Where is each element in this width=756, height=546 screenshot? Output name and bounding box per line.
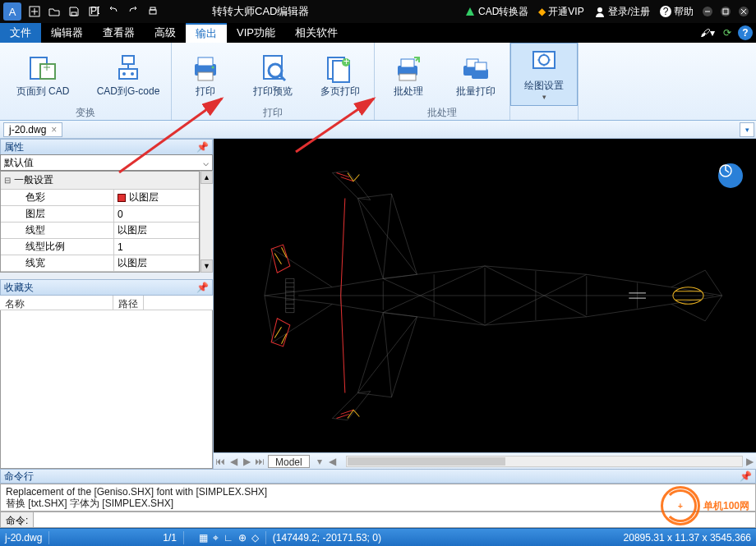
default-dropdown[interactable]: 默认值 ⌵: [0, 154, 213, 171]
maximize-button[interactable]: [717, 2, 735, 21]
svg-rect-35: [399, 74, 416, 80]
scroll-up-icon[interactable]: ▲: [201, 171, 213, 184]
minimize-button[interactable]: [698, 2, 717, 21]
model-tab[interactable]: Model: [268, 455, 310, 468]
tab-next-icon[interactable]: ▶: [240, 456, 253, 467]
svg-point-11: [721, 7, 731, 16]
command-input[interactable]: [34, 512, 755, 527]
prop-category[interactable]: 一般设置: [1, 172, 199, 190]
chevron-down-icon: ▾: [542, 93, 546, 101]
menu-editor[interactable]: 编辑器: [41, 23, 93, 43]
print-button[interactable]: 打印: [172, 43, 239, 105]
scroll-down-icon[interactable]: ▼: [201, 259, 213, 273]
pin-icon[interactable]: 📌: [196, 282, 209, 293]
close-tab-icon[interactable]: ×: [51, 124, 57, 135]
svg-rect-39: [475, 62, 486, 71]
favorites-columns: 名称 路径: [0, 296, 213, 310]
hscroll-left-icon[interactable]: ◀: [326, 456, 339, 467]
statusbar: j-20.dwg 1/1 ▦ ⌖ ∟ ⊕ ◇ (147449.2; -20171…: [0, 528, 756, 546]
properties-grid: 一般设置 色彩以图层 图层0 线型以图层 线型比例1 线宽以图层: [0, 171, 200, 273]
color-swatch: [118, 194, 126, 202]
menu-vip[interactable]: VIP功能: [227, 23, 285, 43]
save-icon[interactable]: [65, 2, 83, 21]
canvas-tabs: ⏮ ◀ ▶ ⏭ Model ▾ ◀ ▶: [214, 452, 756, 469]
pin-icon[interactable]: 📌: [196, 141, 209, 153]
osnap-icon[interactable]: ◇: [251, 532, 259, 544]
undo-icon[interactable]: [104, 2, 122, 21]
prop-row: 图层0: [1, 206, 199, 223]
menu-advanced[interactable]: 高级: [145, 23, 186, 43]
menu-related[interactable]: 相关软件: [285, 23, 348, 43]
svg-point-20: [122, 72, 126, 76]
print-preview-button[interactable]: 打印预览: [239, 43, 307, 105]
help-icon[interactable]: ?: [738, 25, 753, 40]
compass-icon[interactable]: [718, 163, 743, 188]
refresh-icon[interactable]: ⟳: [718, 24, 736, 42]
svg-rect-6: [150, 10, 156, 14]
ortho-icon[interactable]: ∟: [224, 532, 233, 544]
prop-row: 线型以图层: [1, 223, 199, 239]
svg-rect-19: [119, 69, 137, 79]
tab-prev-icon[interactable]: ◀: [227, 456, 240, 467]
chevron-down-icon: ⌵: [203, 157, 209, 168]
svg-line-28: [280, 76, 285, 80]
properties-header: 属性 📌: [0, 139, 213, 155]
page-to-cad-icon: [26, 52, 59, 85]
status-filename: j-20.dwg: [5, 532, 42, 544]
svg-point-25: [212, 66, 214, 68]
help-link[interactable]: ?帮助: [660, 5, 694, 19]
tabs-dropdown-icon[interactable]: ▾: [740, 122, 754, 137]
prop-row: 线型比例1: [1, 239, 199, 255]
command-input-row: 命令:: [0, 512, 756, 528]
cad-to-gcode-button[interactable]: CAD到G-code: [85, 43, 171, 105]
new-icon[interactable]: [25, 2, 44, 21]
command-prompt: 命令:: [1, 512, 34, 527]
drawing-canvas[interactable]: [214, 139, 756, 452]
tab-last-icon[interactable]: ⏭: [253, 456, 266, 467]
svg-rect-3: [71, 12, 76, 16]
doc-tabs: j-20.dwg × ▾: [0, 121, 756, 139]
command-header: 命令行 📌: [0, 469, 756, 484]
svg-rect-7: [150, 7, 155, 10]
print-icon[interactable]: [144, 2, 162, 21]
h-scrollbar[interactable]: [346, 456, 743, 467]
doc-tab[interactable]: j-20.dwg ×: [3, 122, 62, 137]
grid-icon[interactable]: ▦: [199, 532, 208, 544]
print-preview-icon: [256, 52, 289, 85]
hscroll-right-icon[interactable]: ▶: [743, 456, 756, 467]
menu-file[interactable]: 文件: [0, 23, 41, 43]
svg-rect-23: [198, 57, 213, 66]
snap-icon[interactable]: ⌖: [213, 532, 219, 544]
close-button[interactable]: [735, 2, 753, 21]
vip-link[interactable]: ◆开通VIP: [538, 5, 583, 19]
printer-icon: [189, 52, 222, 85]
redo-icon[interactable]: [124, 2, 142, 21]
login-link[interactable]: 登录/注册: [594, 5, 650, 19]
pdf-icon[interactable]: PDF: [85, 2, 103, 21]
favorites-header: 收藏夹 📌: [0, 279, 213, 296]
multi-print-button[interactable]: + 多页打印: [307, 43, 374, 105]
theme-icon[interactable]: 🖌▾: [698, 24, 717, 42]
cad-converter-link[interactable]: CAD转换器: [464, 5, 528, 19]
tab-dropdown-icon[interactable]: ▾: [313, 456, 326, 467]
pin-icon[interactable]: 📌: [740, 470, 752, 482]
svg-rect-18: [122, 56, 134, 64]
prop-row: 线宽以图层: [1, 255, 199, 272]
page-to-cad-button[interactable]: 页面到 CAD: [0, 43, 85, 105]
open-icon[interactable]: [45, 2, 63, 21]
batch-print-icon: [459, 52, 492, 85]
draw-settings-button[interactable]: 绘图设置▾: [510, 43, 578, 106]
titlebar: A PDF 转转大师CAD编辑器 CAD转换器 ◆开通VIP 登录/注册 ?帮助: [0, 0, 756, 23]
svg-text:+: +: [343, 56, 349, 67]
batch-button[interactable]: 批处理: [375, 43, 442, 105]
batch-print-button[interactable]: 批量打印: [442, 43, 509, 105]
menu-output[interactable]: 输出: [186, 23, 227, 43]
menu-viewer[interactable]: 查看器: [93, 23, 145, 43]
scrollbar[interactable]: ▲ ▼: [200, 171, 213, 273]
status-coords: (147449.2; -20171.53; 0): [273, 532, 381, 544]
tab-first-icon[interactable]: ⏮: [214, 456, 227, 467]
svg-rect-34: [401, 59, 414, 67]
polar-icon[interactable]: ⊕: [238, 532, 247, 544]
window-title: 转转大师CAD编辑器: [212, 4, 309, 19]
favorites-list[interactable]: [0, 310, 213, 469]
